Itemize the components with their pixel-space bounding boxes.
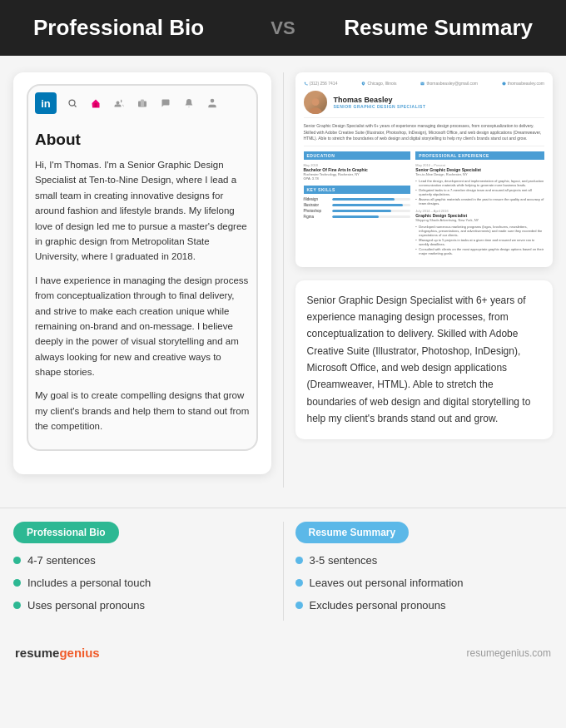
- resume-sum-badge: Resume Summary: [295, 522, 410, 543]
- exp-item-2: July 2014 – April 2016 Graphic Design Sp…: [415, 209, 544, 255]
- main-content: in: [0, 56, 566, 504]
- chat-icon: [158, 96, 173, 111]
- about-paragraph-2: I have experience in managing the design…: [35, 273, 250, 380]
- education-title: EDUCATION: [304, 151, 411, 160]
- bullets-left: Professional Bio 4-7 sentences Includes …: [13, 522, 284, 622]
- bullet-right-3: Excludes personal pronouns: [295, 598, 554, 613]
- resume-summary-mini: Senior Graphic Design Specialist with 6+…: [304, 123, 545, 146]
- resume-name-text: Thomas Beasley SENIOR GRAPHIC DESIGN SPE…: [334, 96, 426, 109]
- skill-photoshop: Photoshop: [304, 209, 411, 213]
- avatar-inner: [304, 91, 327, 114]
- about-section: About Hi, I'm Thomas. I'm a Senior Graph…: [35, 131, 250, 434]
- resume-name-area: Thomas Beasley SENIOR GRAPHIC DESIGN SPE…: [304, 91, 545, 118]
- skills-title: KEY SKILLS: [304, 186, 411, 194]
- bullet-dot-blue-2: [295, 579, 303, 587]
- svg-point-0: [69, 100, 75, 106]
- people-icon: [112, 96, 127, 111]
- linkedin-logo: in: [35, 92, 57, 114]
- about-paragraph-3: My goal is to create compelling designs …: [35, 388, 250, 433]
- bullet-left-3: Uses personal pronouns: [13, 598, 271, 613]
- svg-point-3: [363, 82, 364, 83]
- resume-location: Chicago, Illinois: [361, 81, 396, 86]
- skill-indesign: iNdesign: [304, 197, 411, 201]
- resume-email: thomasbeasley@gmail.com: [420, 81, 478, 86]
- svg-line-1: [74, 105, 76, 106]
- left-column: in: [13, 72, 284, 488]
- resume-website: thomasbeasley.com: [502, 81, 544, 86]
- footer-brand: resumegenius: [15, 646, 100, 660]
- header: Professional Bio VS Resume Summary: [0, 0, 566, 56]
- bullets-right: Resume Summary 3-5 sentences Leaves out …: [284, 522, 554, 622]
- resume-left: EDUCATION May 2018 Bachelor Of Fine Arts…: [304, 151, 411, 259]
- resume-card: (312) 256 7414 Chicago, Illinois thomasb…: [295, 72, 554, 267]
- linkedin-icons: [65, 96, 250, 111]
- right-column: (312) 256 7414 Chicago, Illinois thomasb…: [284, 72, 554, 488]
- search-icon: [65, 96, 80, 111]
- bullet-dot-green-2: [13, 579, 21, 587]
- briefcase-icon: [135, 96, 150, 111]
- header-vs-label: VS: [254, 17, 311, 39]
- summary-text: Senior Graphic Design Specialist with 6+…: [307, 295, 531, 425]
- bullet-dot-green-3: [13, 602, 21, 609]
- resume-avatar: [304, 91, 327, 114]
- bullet-left-1: 4-7 sentences: [13, 553, 271, 568]
- resume-name: Thomas Beasley: [334, 96, 426, 104]
- bullet-dot-blue-1: [295, 557, 303, 564]
- resume-sum-bullet-list: 3-5 sentences Leaves out personal inform…: [295, 553, 554, 614]
- skill-figma: Figma: [304, 215, 411, 219]
- brand-resume: resume: [15, 646, 59, 660]
- header-left-title: Professional Bio: [33, 15, 254, 41]
- resume-contact-bar: (312) 256 7414 Chicago, Illinois thomasb…: [304, 81, 545, 86]
- bullet-dot-green-1: [13, 557, 21, 564]
- footer-url: resumegenius.com: [467, 647, 551, 659]
- resume-right: PROFESSIONAL EXPERIENCE May 2016 – Prese…: [415, 151, 544, 259]
- edu-item-1: May 2018 Bachelor Of Fine Arts In Graphi…: [304, 163, 411, 181]
- experience-title: PROFESSIONAL EXPERIENCE: [415, 151, 544, 160]
- svg-point-6: [309, 107, 321, 114]
- about-paragraph-1: Hi, I'm Thomas. I'm a Senior Graphic Des…: [35, 157, 250, 265]
- bell-icon: [181, 96, 196, 111]
- phone-frame: in: [27, 84, 258, 451]
- svg-point-4: [502, 82, 505, 85]
- pro-bio-badge: Professional Bio: [13, 522, 119, 543]
- resume-phone: (312) 256 7414: [304, 81, 338, 86]
- about-heading: About: [35, 131, 250, 149]
- footer: resumegenius resumegenius.com: [0, 637, 566, 670]
- resume-title: SENIOR GRAPHIC DESIGN SPECIALIST: [334, 104, 426, 109]
- bullet-left-2: Includes a personal touch: [13, 576, 271, 591]
- linkedin-topbar: in: [35, 92, 250, 121]
- bullets-area: Professional Bio 4-7 sentences Includes …: [0, 522, 566, 638]
- header-right-title: Resume Summary: [312, 15, 533, 41]
- exp-item-1: May 2016 – Present Senior Graphic Design…: [415, 163, 544, 206]
- resume-summary-text-block: Senior Graphic Design Specialist with 6+…: [295, 280, 554, 439]
- avatar-icon: [205, 96, 220, 111]
- bullet-right-1: 3-5 sentences: [295, 553, 554, 568]
- bullet-dot-blue-3: [295, 602, 303, 609]
- home-icon: [88, 96, 103, 111]
- brand-genius: genius: [59, 646, 99, 660]
- bullet-right-2: Leaves out personal information: [295, 576, 554, 591]
- resume-body-cols: EDUCATION May 2018 Bachelor Of Fine Arts…: [304, 151, 545, 259]
- pro-bio-bullet-list: 4-7 sentences Includes a personal touch …: [13, 553, 271, 614]
- section-divider: [0, 508, 566, 508]
- linkedin-card: in: [13, 72, 271, 474]
- svg-point-5: [311, 98, 319, 106]
- skill-illustrator: Illustrator: [304, 203, 411, 207]
